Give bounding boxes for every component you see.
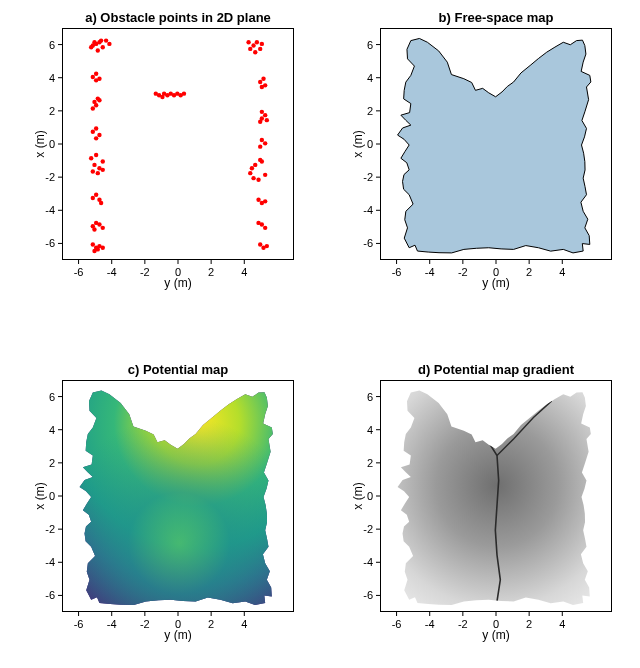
svg-text:2: 2 [49,105,55,117]
svg-text:6: 6 [49,391,55,403]
svg-text:4: 4 [49,424,55,436]
svg-text:-4: -4 [107,266,117,278]
svg-text:2: 2 [526,618,532,630]
svg-text:-4: -4 [45,204,55,216]
svg-text:-4: -4 [107,618,117,630]
svg-text:-6: -6 [392,266,402,278]
svg-text:-2: -2 [45,171,55,183]
svg-text:2: 2 [367,457,373,469]
svg-text:-4: -4 [363,556,373,568]
svg-text:4: 4 [49,72,55,84]
svg-text:2: 2 [526,266,532,278]
svg-text:4: 4 [241,266,247,278]
svg-text:-6: -6 [74,266,84,278]
svg-text:-2: -2 [363,523,373,535]
panel-d: d) Potential map gradient x (m) y (m) -6… [380,380,612,612]
svg-text:-6: -6 [363,589,373,601]
svg-text:2: 2 [49,457,55,469]
svg-text:-2: -2 [363,171,373,183]
svg-text:2: 2 [208,618,214,630]
svg-text:0: 0 [175,618,181,630]
svg-text:-6: -6 [45,237,55,249]
svg-text:-6: -6 [363,237,373,249]
svg-text:0: 0 [367,138,373,150]
figure-2x2: a) Obstacle points in 2D plane x (m) y (… [0,0,640,668]
svg-text:2: 2 [208,266,214,278]
svg-text:6: 6 [49,39,55,51]
svg-text:0: 0 [493,266,499,278]
svg-text:-4: -4 [425,618,435,630]
svg-text:-4: -4 [363,204,373,216]
svg-text:-6: -6 [45,589,55,601]
svg-text:-2: -2 [140,618,150,630]
svg-text:0: 0 [49,490,55,502]
svg-text:6: 6 [367,39,373,51]
svg-text:4: 4 [367,424,373,436]
svg-text:4: 4 [559,266,565,278]
svg-text:4: 4 [241,618,247,630]
svg-text:-2: -2 [45,523,55,535]
svg-text:0: 0 [367,490,373,502]
svg-text:-6: -6 [74,618,84,630]
panel-c: c) Potential map x (m) y (m) -6-4-2024-6… [62,380,294,612]
svg-text:6: 6 [367,391,373,403]
svg-text:0: 0 [493,618,499,630]
panel-b-ticks: -6-4-2024-6-4-20246 [340,22,620,302]
panel-a: a) Obstacle points in 2D plane x (m) y (… [62,28,294,260]
svg-text:4: 4 [559,618,565,630]
svg-text:4: 4 [367,72,373,84]
panel-d-ticks: -6-4-2024-6-4-20246 [340,374,620,654]
svg-text:-2: -2 [458,618,468,630]
svg-text:-2: -2 [458,266,468,278]
panel-c-ticks: -6-4-2024-6-4-20246 [22,374,302,654]
panel-b: b) Free-space map x (m) y (m) -6-4-2024-… [380,28,612,260]
svg-text:-6: -6 [392,618,402,630]
svg-text:2: 2 [367,105,373,117]
svg-text:-4: -4 [425,266,435,278]
svg-text:-4: -4 [45,556,55,568]
svg-text:0: 0 [175,266,181,278]
panel-a-ticks: -6-4-2024-6-4-20246 [22,22,302,302]
svg-text:-2: -2 [140,266,150,278]
svg-text:0: 0 [49,138,55,150]
